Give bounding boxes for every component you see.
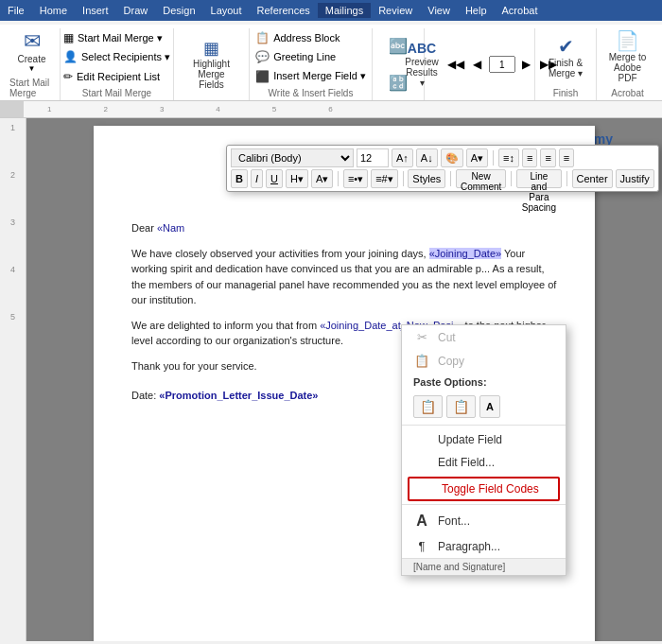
margin-marker-1: 1: [10, 123, 15, 132]
acrobat-group-label: Acrobat: [611, 86, 643, 100]
cm-divider-2: [402, 504, 566, 505]
justify-align-button[interactable]: Justify: [616, 169, 654, 188]
create-button[interactable]: ✉ Create ▼: [11, 28, 53, 76]
toolbar-sep-5: [511, 171, 512, 186]
align-button[interactable]: ≡: [522, 148, 537, 167]
paste-option-2[interactable]: 📋: [446, 395, 476, 418]
font-size-input[interactable]: [357, 148, 389, 167]
create-group-items: ✉ Create ▼: [11, 28, 53, 76]
menu-acrobat[interactable]: Acrobat: [495, 3, 546, 18]
record-number-input[interactable]: [489, 56, 515, 73]
ruler: 1 2 3 4 5 6: [0, 101, 662, 118]
context-toggle-field-codes[interactable]: Toggle Field Codes: [408, 477, 560, 501]
ribbon-group-write-fields: ▦ HighlightMerge Fields: [174, 28, 250, 100]
menu-file[interactable]: File: [0, 3, 32, 18]
context-copy[interactable]: 📋 Copy: [402, 349, 566, 373]
select-recipients-button[interactable]: 👤 Select Recipients ▾: [60, 48, 174, 65]
finish-merge-button[interactable]: ✔ Finish &Merge ▾: [544, 34, 587, 81]
menu-draw[interactable]: Draw: [116, 3, 156, 18]
prev-button[interactable]: ◀: [468, 56, 487, 73]
insert-merge-field-button[interactable]: ⬛ Insert Merge Field ▾: [252, 68, 370, 85]
margin-marker-5: 5: [10, 312, 15, 322]
mail-merge-icon: ▦: [63, 31, 74, 44]
next-button[interactable]: ▶: [517, 56, 536, 73]
menu-mailings[interactable]: Mailings: [318, 3, 371, 18]
address-block-button[interactable]: 📋 Address Block: [252, 29, 370, 46]
new-comment-button[interactable]: NewComment: [456, 169, 506, 188]
preview-results-button[interactable]: ABC PreviewResults ▾: [400, 39, 444, 91]
context-paragraph[interactable]: ¶ Paragraph...: [402, 534, 566, 558]
format-paint-button[interactable]: 🎨: [441, 148, 463, 167]
cut-icon: ✂: [413, 330, 430, 344]
finish-group-label: Finish: [553, 86, 579, 100]
mail-merge-col: ▦ Start Mail Merge ▾ 👤 Select Recipients…: [60, 28, 174, 86]
para-spacing-button[interactable]: Line andPara Spacing: [516, 169, 562, 188]
copy-icon: 📋: [413, 354, 430, 368]
paste-option-1[interactable]: 📋: [413, 395, 443, 418]
margin-marker-3: 3: [10, 218, 15, 227]
update-field-label: Update Field: [438, 433, 502, 446]
insert-fields-col: 📋 Address Block 💬 Greeting Line ⬛ Insert…: [252, 28, 370, 86]
highlight-button[interactable]: H▾: [286, 169, 308, 188]
italic-button[interactable]: I: [251, 169, 263, 188]
merge-adobe-label: Merge toAdobe PDF: [607, 52, 648, 83]
cut-label: Cut: [438, 331, 456, 344]
merge-adobe-icon: 📄: [616, 31, 639, 50]
toolbar-sep-3: [403, 171, 404, 186]
menu-bar: File Home Insert Draw Design Layout Refe…: [0, 0, 662, 21]
paste-option-3[interactable]: A: [479, 395, 500, 418]
menu-layout[interactable]: Layout: [203, 3, 250, 18]
document-content: e exceldemy EXCEL · DATA · BI Calibri (B…: [26, 118, 662, 641]
promotion-date-field: «Promotion_Letter_Issue_Date»: [159, 390, 318, 401]
center-align-button[interactable]: Center: [572, 169, 613, 188]
ribbon-group-create: ✉ Create ▼ Start Mail Merge: [4, 28, 61, 100]
context-font[interactable]: A Font...: [402, 508, 566, 534]
prev-record-button[interactable]: ◀◀: [445, 56, 466, 73]
highlight-merge-fields-button[interactable]: ▦ HighlightMerge Fields: [180, 37, 243, 93]
context-cut[interactable]: ✂ Cut: [402, 325, 566, 349]
thank-you-text: Thank you for your service.: [131, 360, 257, 372]
line-spacing-button[interactable]: ≡↕: [498, 148, 519, 167]
center-button[interactable]: ≡: [540, 148, 555, 167]
ribbon-group-acrobat: 📄 Merge toAdobe PDF Acrobat: [597, 28, 658, 100]
floating-toolbar: Calibri (Body) A↑ A↓ 🎨 A▾ ≡↕ ≡ ≡ ≡ B I: [226, 145, 659, 192]
styles-button[interactable]: Styles: [408, 169, 445, 188]
ruler-corner: [0, 101, 24, 117]
menu-help[interactable]: Help: [458, 3, 495, 18]
font-label: Font...: [438, 514, 470, 528]
menu-insert[interactable]: Insert: [75, 3, 116, 18]
context-edit-field[interactable]: Edit Field...: [402, 451, 566, 474]
font-size-decrease-button[interactable]: A↓: [416, 148, 438, 167]
numbered-list-button[interactable]: ≡#▾: [371, 169, 398, 188]
font-color-btn2[interactable]: A▾: [311, 169, 333, 188]
greeting-line-button[interactable]: 💬 Greeting Line: [252, 48, 370, 65]
ruler-mark-3: 3: [160, 105, 164, 113]
menu-review[interactable]: Review: [371, 3, 420, 18]
create-group-label: Start Mail Merge: [9, 76, 54, 100]
date-label: Date:: [131, 390, 156, 401]
create-label: Create: [17, 54, 45, 64]
edit-recipient-list-button[interactable]: ✏ Edit Recipient List: [60, 68, 174, 85]
toggle-field-codes-label: Toggle Field Codes: [442, 482, 539, 496]
ruler-mark-4: 4: [216, 105, 219, 113]
font-family-select[interactable]: Calibri (Body): [231, 148, 354, 167]
ruler-mark-6: 6: [328, 105, 332, 113]
highlight-label: HighlightMerge Fields: [184, 59, 238, 90]
preview-results-label: PreviewResults ▾: [405, 57, 439, 88]
justify-button[interactable]: ≡: [559, 148, 574, 167]
start-mail-merge-button[interactable]: ▦ Start Mail Merge ▾: [60, 29, 174, 46]
mail-merge-group-label: Start Mail Merge: [82, 86, 151, 100]
font-color-button[interactable]: A▾: [466, 148, 488, 167]
menu-design[interactable]: Design: [155, 3, 202, 18]
context-update-field[interactable]: Update Field: [402, 428, 566, 451]
menu-references[interactable]: References: [250, 3, 318, 18]
insert-merge-field-label: Insert Merge Field ▾: [273, 70, 366, 82]
select-recipients-icon: 👤: [63, 50, 78, 63]
merge-adobe-button[interactable]: 📄 Merge toAdobe PDF: [602, 28, 653, 86]
menu-home[interactable]: Home: [32, 3, 75, 18]
menu-view[interactable]: View: [420, 3, 458, 18]
underline-button[interactable]: U: [266, 169, 283, 188]
bullet-list-button[interactable]: ≡•▾: [343, 169, 368, 188]
font-size-increase-button[interactable]: A↑: [392, 148, 413, 167]
bold-button[interactable]: B: [231, 169, 248, 188]
